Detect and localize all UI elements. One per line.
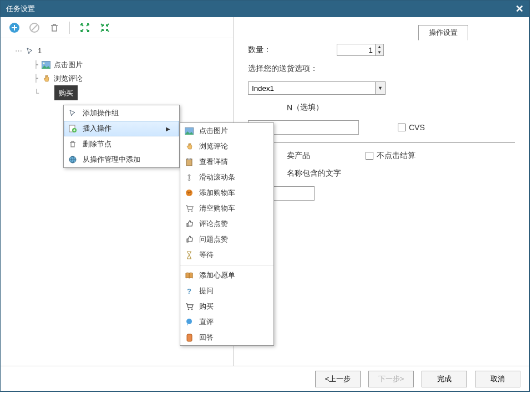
ctx-add-from-manager[interactable]: 从操作管理中添加 <box>64 152 179 167</box>
hand-icon <box>185 142 194 151</box>
sub-label: 购买 <box>199 301 214 311</box>
no-click-checkbox[interactable]: 不点击结算 <box>366 151 416 161</box>
tree-item[interactable]: ┝ 点击图片 <box>5 58 229 71</box>
tree-branch: └ <box>34 86 39 100</box>
note-n: N <box>287 103 292 112</box>
ctx-label: 删除节点 <box>83 139 112 149</box>
sub-review-like[interactable]: 评论点赞 <box>180 216 273 232</box>
chat-icon <box>185 318 194 326</box>
sub-answer[interactable]: 回答 <box>180 330 273 345</box>
answer-icon <box>185 333 194 342</box>
sub-question-like[interactable]: 问题点赞 <box>180 232 273 247</box>
sub-buy[interactable]: 购买 <box>180 299 273 314</box>
ball-icon <box>185 188 194 197</box>
ctx-delete-node[interactable]: 删除节点 <box>64 136 179 152</box>
disable-button[interactable] <box>27 21 42 35</box>
svg-point-16 <box>191 309 192 310</box>
sub-label: 浏览评论 <box>199 141 228 151</box>
sub-label: 清空购物车 <box>199 203 235 213</box>
ctx-label: 添加操作组 <box>83 108 119 118</box>
sub-add-cart[interactable]: 添加购物车 <box>180 185 273 201</box>
question-icon: ? <box>185 286 194 295</box>
spinner-up-icon[interactable]: ▲ <box>376 44 383 50</box>
svg-point-4 <box>43 62 45 64</box>
cancel-button[interactable]: 取消 <box>475 371 520 387</box>
sub-label: 查看详情 <box>199 157 228 167</box>
svg-point-13 <box>191 211 192 212</box>
cvs-checkbox[interactable]: CVS <box>398 123 425 132</box>
chevron-down-icon[interactable]: ▼ <box>376 81 386 95</box>
divider <box>248 142 515 143</box>
delete-button[interactable] <box>47 21 62 35</box>
sub-label: 提问 <box>199 286 214 296</box>
cart-icon <box>185 302 194 311</box>
cursor-icon <box>68 109 77 117</box>
sub-label: 点击图片 <box>199 126 228 136</box>
optional-label: （选填） <box>292 103 323 112</box>
qty-label: 数量： <box>248 45 337 55</box>
expand-button[interactable] <box>78 21 92 35</box>
sub-direct-review[interactable]: 直评 <box>180 314 273 330</box>
sub-label: 评论点赞 <box>199 219 228 229</box>
no-click-label: 不点击结算 <box>377 151 416 161</box>
hourglass-icon <box>185 250 194 259</box>
tab-label: 操作设置 <box>429 28 458 37</box>
ctx-label: 从操作管理中添加 <box>83 155 140 165</box>
context-menu[interactable]: 添加操作组 插入操作 ▶ 删除节点 从操作管理中添加 <box>63 105 180 168</box>
sub-label: 回答 <box>199 332 214 342</box>
ctx-insert-action[interactable]: 插入操作 ▶ <box>64 121 179 136</box>
cart-icon <box>185 204 194 213</box>
tree-item-selected[interactable]: └ · 购买 <box>5 85 229 100</box>
tree-item-label: 浏览评论 <box>54 71 83 85</box>
tree-root[interactable]: ⋯ 1 <box>5 44 229 58</box>
add-button[interactable] <box>7 21 22 35</box>
sub-label: 直评 <box>199 317 214 327</box>
sub-click-image[interactable]: 点击图片 <box>180 123 273 139</box>
checkbox-box[interactable] <box>398 124 406 131</box>
sub-scroll[interactable]: 滑动滚动条 <box>180 170 273 185</box>
ctx-add-group[interactable]: 添加操作组 <box>64 105 179 121</box>
cvs-label: CVS <box>409 123 425 132</box>
left-pane: ⋯ 1 ┝ 点击图片 ┝ <box>1 17 234 366</box>
sub-wishlist[interactable]: 添加心愿单 <box>180 268 273 283</box>
sub-clear-cart[interactable]: 清空购物车 <box>180 201 273 216</box>
scroll-icon <box>185 173 194 182</box>
task-tree[interactable]: ⋯ 1 ┝ 点击图片 ┝ <box>1 38 233 106</box>
window-body: ⋯ 1 ┝ 点击图片 ┝ <box>1 17 529 366</box>
close-icon[interactable]: ✕ <box>515 3 524 15</box>
tree-branch: ┝ <box>34 71 38 85</box>
svg-rect-18 <box>187 334 192 341</box>
checkbox-box[interactable] <box>366 152 373 160</box>
shipping-combo[interactable]: ▼ <box>248 81 386 95</box>
ctx-label: 插入操作 <box>83 124 112 134</box>
svg-rect-10 <box>188 158 191 160</box>
context-submenu[interactable]: 点击图片 浏览评论 查看详情 滑动滚动条 添加购物车 <box>180 122 274 346</box>
svg-line-2 <box>32 25 37 30</box>
collapse-button[interactable] <box>98 21 112 35</box>
settings-form: 数量： ▲ ▼ 选择您的送货选项： ▼ <box>239 44 524 201</box>
sub-browse-reviews[interactable]: 浏览评论 <box>180 139 273 154</box>
sub-wait[interactable]: 等待 <box>180 247 273 263</box>
quantity-stepper[interactable]: ▲ ▼ <box>337 44 384 56</box>
finish-button[interactable]: 完成 <box>422 371 467 387</box>
titlebar: 任务设置 ✕ <box>1 1 529 17</box>
svg-point-17 <box>186 319 192 324</box>
svg-point-15 <box>188 309 189 310</box>
toolbar <box>1 17 233 38</box>
next-button: 下一步> <box>368 371 414 387</box>
spinner-down-icon[interactable]: ▼ <box>376 50 383 55</box>
tab-settings[interactable]: 操作设置 <box>418 25 468 40</box>
sub-label: 问题点赞 <box>199 234 228 244</box>
tree-item-label: 购买 <box>54 85 78 100</box>
prev-button[interactable]: <上一步 <box>315 371 361 387</box>
sub-ask[interactable]: ? 提问 <box>180 283 273 299</box>
tree-item[interactable]: ┝ 浏览评论 <box>5 71 229 85</box>
tree-root-label: 1 <box>38 44 42 58</box>
sub-view-details[interactable]: 查看详情 <box>180 154 273 170</box>
thumb-icon <box>185 219 194 228</box>
submenu-separator <box>180 265 273 265</box>
shipping-input[interactable] <box>248 81 376 95</box>
qty-input[interactable] <box>337 44 376 56</box>
trash-icon <box>68 140 77 149</box>
tree-branch: ┝ <box>34 58 38 71</box>
